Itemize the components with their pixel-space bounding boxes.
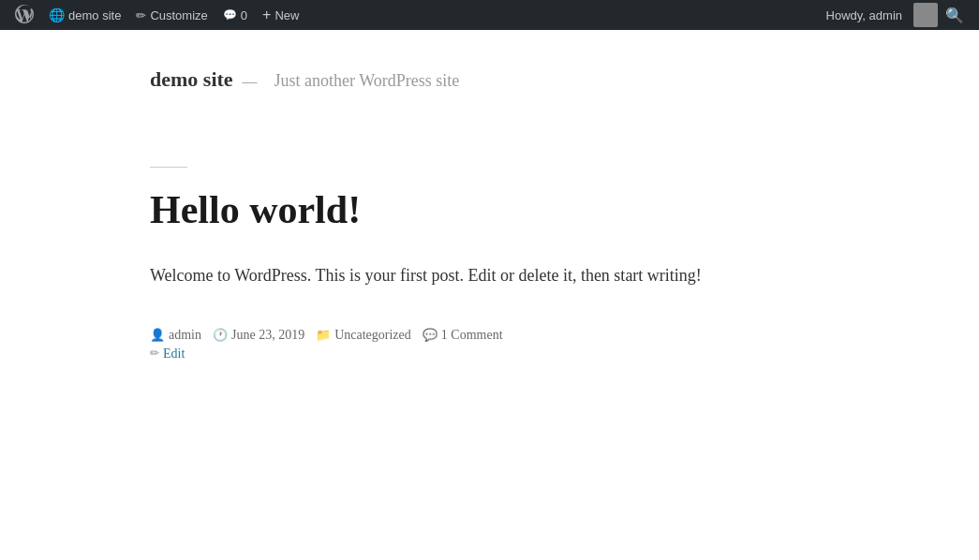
customize-button[interactable]: ✏ Customize [128, 0, 215, 30]
customize-icon: ✏ [136, 8, 146, 22]
site-tagline: Just another WordPress site [274, 71, 460, 90]
post-title: Hello world! [150, 186, 829, 233]
edit-pencil-icon: ✏ [150, 346, 159, 361]
howdy-text: Howdy, admin [819, 8, 910, 22]
edit-link-row: ✏ Edit [150, 346, 829, 361]
customize-label: Customize [150, 8, 207, 22]
post-author-link[interactable]: admin [169, 328, 201, 343]
clock-icon: 🕐 [213, 328, 228, 343]
wp-logo-icon [15, 5, 34, 26]
post-category-link[interactable]: Uncategorized [334, 328, 411, 343]
folder-icon: 📁 [316, 328, 331, 343]
comments-count: 0 [241, 8, 247, 22]
post-date-link[interactable]: June 23, 2019 [231, 328, 304, 343]
post-comments-link[interactable]: 1 Comment [441, 328, 503, 343]
admin-bar-right: Howdy, admin 🔍 [819, 0, 972, 30]
main-content: demo site — Just another WordPress site … [0, 30, 979, 361]
wp-logo-button[interactable] [7, 0, 41, 30]
plus-icon: + [262, 7, 271, 23]
site-title: demo site [150, 67, 233, 91]
post-category-meta: 📁 Uncategorized [316, 328, 411, 343]
admin-bar: 🌐 demo site ✏ Customize 💬 0 + New Howdy,… [0, 0, 979, 30]
site-title-separator: — [243, 73, 258, 89]
new-content-button[interactable]: + New [255, 0, 306, 30]
post-date-meta: 🕐 June 23, 2019 [213, 328, 304, 343]
site-header: demo site — Just another WordPress site [150, 30, 829, 111]
author-icon: 👤 [150, 328, 165, 343]
site-name-button[interactable]: 🌐 demo site [41, 0, 128, 30]
site-name-label: demo site [68, 8, 121, 22]
comments-bubble-icon: 💬 [223, 8, 237, 22]
speech-bubble-icon: 💬 [423, 328, 438, 343]
post-author-meta: 👤 admin [150, 328, 201, 343]
new-label: New [274, 8, 299, 22]
search-icon-button[interactable]: 🔍 [938, 0, 972, 30]
post-comments-meta: 💬 1 Comment [423, 328, 503, 343]
nav-area [150, 111, 829, 167]
user-avatar[interactable] [913, 3, 938, 27]
post-meta: 👤 admin 🕐 June 23, 2019 📁 Uncategorized … [150, 328, 829, 343]
post-separator [150, 167, 187, 168]
edit-post-link[interactable]: Edit [163, 346, 185, 361]
post-content: Welcome to WordPress. This is your first… [150, 261, 829, 290]
site-globe-icon: 🌐 [49, 7, 65, 22]
post-article: Hello world! Welcome to WordPress. This … [150, 167, 829, 361]
comments-button[interactable]: 💬 0 [215, 0, 255, 30]
